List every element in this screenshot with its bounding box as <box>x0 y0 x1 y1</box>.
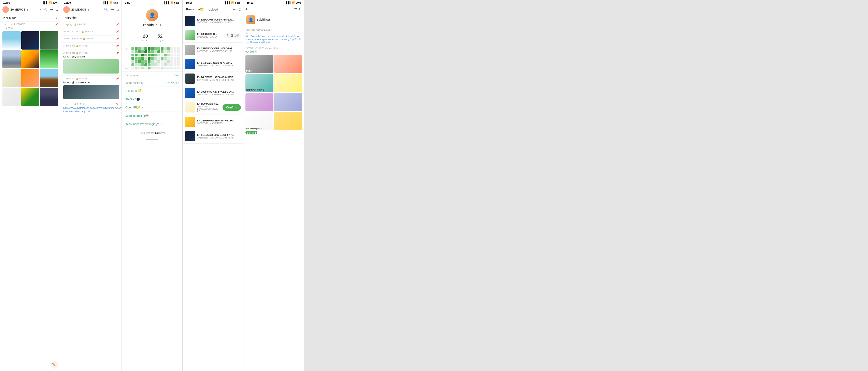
more-icon[interactable]: ••• <box>50 8 53 11</box>
record-icon[interactable]: ⊙ <box>56 8 58 11</box>
edit-button[interactable]: ✏️ <box>51 361 58 368</box>
resource-header: Resource🗂️ Upload ••• ⊙ <box>183 5 243 14</box>
pinfolder-label: PinFolder <box>3 16 16 20</box>
status-bar-5: 18:11 ▌▌▌ 📶 99% <box>243 0 304 5</box>
menu-openapi[interactable]: OpenAPI🔑 → <box>122 103 182 112</box>
img-cell-8 <box>21 69 39 87</box>
img-cell-10 <box>2 88 21 106</box>
visibility-label: PRIVATE <box>17 23 25 25</box>
pinfolder-bar[interactable]: PinFolder ∨ <box>0 14 61 22</box>
resource-info-5: ID: DADE6E31-3ED8-4EA4-B5E... 2023/08/10… <box>197 76 241 81</box>
more-icon-5[interactable]: ••• <box>293 7 297 11</box>
resource-item-5: ID: DADE6E31-3ED8-4EA4-B5E... 2023/08/10… <box>183 72 243 86</box>
circle-icon-2[interactable]: ○ <box>100 8 102 11</box>
hm-cell <box>167 60 170 63</box>
resource-info-1: ID: E4DDC03F-F99B-4AF4-8A9... 2023/08/11… <box>197 18 241 24</box>
memo-title-2: 20 MEMOS <box>71 8 98 11</box>
hm-cell <box>167 66 170 69</box>
search-icon[interactable]: 🔍 <box>43 8 47 11</box>
link-icon[interactable]: 🔗 <box>235 33 239 37</box>
hm-cell <box>161 57 163 60</box>
eye-icon[interactable]: 👁 <box>225 33 228 37</box>
hm-cell <box>151 54 154 56</box>
hm-cell <box>174 57 177 60</box>
chat-entry-1: 1 days ago rabithua 10:101 ◎ 🔗 https://w… <box>245 29 302 44</box>
hm-cell <box>154 60 157 63</box>
chat-scroll[interactable]: 1 days ago rabithua 10:101 ◎ 🔗 https://w… <box>243 27 304 371</box>
confirm-button[interactable]: Confirm <box>222 104 241 111</box>
back-button[interactable]: ‹ <box>246 7 247 11</box>
more-icon-2[interactable]: ••• <box>111 8 114 11</box>
scroll-area-2[interactable]: 2 days ago 🔒 PRIVATE📌 2023/07/28 0:43:21… <box>61 21 122 371</box>
hm-cell <box>151 63 154 66</box>
pinfolder-bar-2[interactable]: PinFolder › <box>61 14 122 21</box>
resource-info-8: ID: 1ED1EFF5-0E55-473F-814F-... 2023/08/… <box>197 119 241 124</box>
hm-cell <box>138 57 141 60</box>
resource-menu-label: Resource🗂️ → <box>125 89 179 92</box>
hm-cell <box>161 54 163 56</box>
img-cell-5 <box>21 50 39 68</box>
search-icon-2[interactable]: 🔍 <box>104 8 108 11</box>
lock-icon-4: 🔒 <box>82 30 84 33</box>
hm-cell <box>154 66 157 69</box>
hm-cell <box>138 60 141 63</box>
header-icons: ○ 🔍 ••• ⊙ <box>39 8 58 11</box>
hm-cell <box>164 66 167 69</box>
menu-account-password[interactable]: Account password login🗝️ → <box>122 120 182 129</box>
chat-entry-2: 2023/05/29 11:40:29 rabithua 10:10↑ ◎ #来… <box>245 47 302 135</box>
hm-cell <box>167 63 170 66</box>
more-interesting-label: More interesting🪁 → <box>125 114 179 117</box>
resource-list[interactable]: ID: E4DDC03F-F99B-4AF4-8A9... 2023/08/11… <box>183 14 243 371</box>
panel-3: 18:07 ▌▌▌ 📶 64% 👤 rabithua 20 Memos 52 T… <box>122 0 183 371</box>
more-icon-4[interactable]: ••• <box>233 7 237 11</box>
trash-icon[interactable]: 🗑 <box>230 33 234 37</box>
link-url[interactable]: https://www.digitalocean.com/community/t… <box>63 106 119 113</box>
record-icon-4[interactable]: ⊙ <box>239 7 241 11</box>
panel-4: 18:06 ▌▌▌ 📶 64% Resource🗂️ Upload ••• ⊙ … <box>183 0 243 371</box>
hm-cell <box>170 57 173 60</box>
menu-archived[interactable]: Archived🌑 → <box>122 95 182 103</box>
hm-cell <box>161 63 163 66</box>
thumbnail-2 <box>63 85 119 99</box>
hm-cell <box>164 63 167 66</box>
profile-name: rabithua <box>143 23 161 27</box>
resource-id-8: ID: 1ED1EFF5-0E55-473F-814F-... <box>197 119 241 122</box>
tab-upload[interactable]: Upload <box>207 7 220 12</box>
time-1: 18:00 <box>3 1 10 4</box>
hm-cell <box>164 60 167 63</box>
online-dot <box>27 9 28 10</box>
selected-badge: Selected <box>245 131 257 135</box>
hm-cell <box>177 50 180 53</box>
circle-icon[interactable]: ○ <box>39 8 41 11</box>
wifi-icon-5: 📶 <box>292 1 295 4</box>
hm-cell <box>174 54 177 56</box>
menu-more-interesting[interactable]: More interesting🪁 → <box>122 112 182 120</box>
hm-cell <box>138 63 141 66</box>
scroll-area-1[interactable]: 2 days ago 🔒 PRIVATE 📌 一个图集 <box>0 22 61 371</box>
status-icons-5: ▌▌▌ 📶 99% <box>286 1 301 4</box>
record-icon-5[interactable]: ⊙ <box>299 7 302 11</box>
img-cell-11 <box>21 88 39 106</box>
record-icon-2[interactable]: ⊙ <box>117 8 119 11</box>
day-sun: Sun <box>125 67 131 69</box>
memos-stat: 20 Memos <box>142 33 149 41</box>
chat-avatar: 👤 <box>246 15 255 24</box>
signal-icon-3: ▌▌▌ <box>164 1 169 4</box>
hm-cell <box>131 54 134 56</box>
image-label: 一个图集 <box>2 26 58 30</box>
tab-resource[interactable]: Resource🗂️ <box>185 7 206 12</box>
heatmap-labels: Mon Sun <box>125 47 131 69</box>
resource-item-8: ID: 1ED1EFF5-0E55-473F-814F-... 2023/08/… <box>183 115 243 129</box>
pin-icon-3: 📌 <box>116 30 119 33</box>
resource-thumb-5 <box>185 74 195 84</box>
chevron-down-icon[interactable]: ∨ <box>55 16 58 20</box>
hm-cell <box>177 63 180 66</box>
chevron-right-icon[interactable]: › <box>118 16 119 20</box>
hm-cell <box>174 47 177 50</box>
resource-thumb-6 <box>185 88 195 98</box>
menu-resource[interactable]: Resource🗂️ → <box>122 87 182 95</box>
img-cell-3 <box>40 31 58 50</box>
img-cell-9 <box>40 69 58 87</box>
resource-date-8: 2023/08/10 IMAGE/JPEG <box>197 122 241 124</box>
resource-date-6: 2023/08/10 IMAGE/JPEG 527.56 KB <box>197 93 241 96</box>
